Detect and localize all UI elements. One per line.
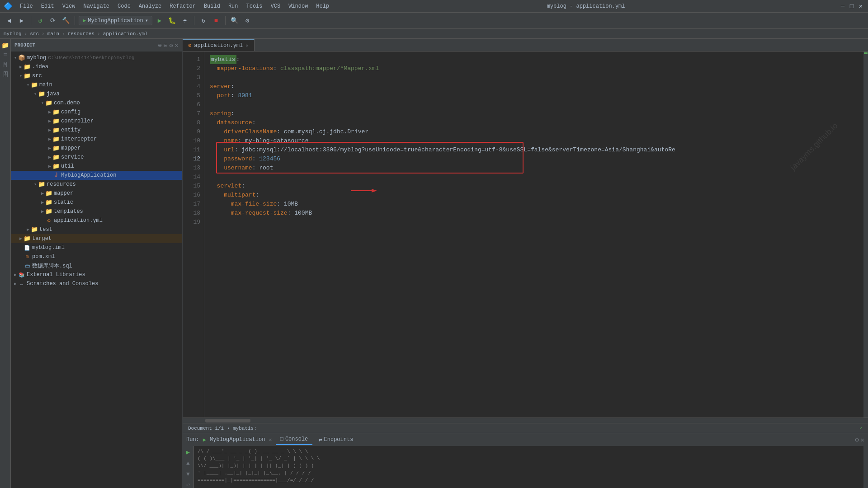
run-scrollbar[interactable] xyxy=(863,446,868,488)
breadcrumb-main[interactable]: main xyxy=(47,31,59,37)
breadcrumb-resources[interactable]: resources xyxy=(68,31,94,37)
tree-item-controller[interactable]: ▶ 📁 controller xyxy=(11,117,182,126)
menu-window[interactable]: Window xyxy=(285,2,311,10)
tree-item-idea[interactable]: ▶ 📁 .idea xyxy=(11,62,182,71)
run-button[interactable]: ▶ xyxy=(154,15,165,26)
back-button[interactable]: ◀ xyxy=(4,15,14,26)
project-view-icon[interactable]: 📁 xyxy=(1,41,10,50)
console-tab[interactable]: □ Console xyxy=(276,434,313,445)
tree-item-templates[interactable]: ▶ 📁 templates xyxy=(11,207,182,216)
tree-item-static[interactable]: ▶ 📁 static xyxy=(11,198,182,207)
code-line-19 xyxy=(210,218,858,227)
tab-close-button[interactable]: ✕ xyxy=(245,42,249,48)
tree-item-interceptor[interactable]: ▶ 📁 interceptor xyxy=(11,135,182,144)
run-tab-close[interactable]: ✕ xyxy=(269,436,272,443)
close-run-icon[interactable]: ✕ xyxy=(861,436,864,444)
folder-icon: 📁 xyxy=(45,199,52,206)
tree-item-scratches[interactable]: ▶ ✏ Scratches and Consoles xyxy=(11,279,182,288)
soft-wrap-btn[interactable]: ↩ xyxy=(184,480,193,488)
line-number: 10 xyxy=(183,136,200,145)
maximize-button[interactable]: □ xyxy=(848,3,855,10)
close-button[interactable]: ✕ xyxy=(857,3,864,10)
tree-item-appyml[interactable]: ⚙ application.yml xyxy=(11,216,182,225)
tree-item-myblog[interactable]: ▾ 📦 myblog C:\Users\51414\Desktop\myblog xyxy=(11,53,182,62)
tree-item-entity[interactable]: ▶ 📁 entity xyxy=(11,126,182,135)
maven-icon[interactable]: M xyxy=(1,61,10,70)
stop-button[interactable]: ■ xyxy=(211,15,222,26)
breadcrumb-src[interactable]: src xyxy=(30,31,39,37)
code-line-13: username: root xyxy=(210,164,858,173)
undo-button[interactable]: ↺ xyxy=(35,15,46,26)
tree-item-sql[interactable]: 🗃 数据库脚本.sql xyxy=(11,261,182,270)
tree-item-com-demo[interactable]: ▾ 📁 com.demo xyxy=(11,99,182,108)
refresh-button[interactable]: ⟳ xyxy=(47,15,58,26)
run-btn[interactable]: ▶ xyxy=(184,448,193,457)
collapse-all-icon[interactable]: ⊟ xyxy=(164,42,167,49)
editor-tab-appyml[interactable]: ⚙ application.yml ✕ xyxy=(183,39,255,51)
tree-item-src[interactable]: ▾ 📁 src xyxy=(11,71,182,80)
minimize-button[interactable]: ─ xyxy=(839,3,846,10)
tree-item-mapper[interactable]: ▶ 📁 mapper xyxy=(11,144,182,153)
breadcrumb-myblog[interactable]: myblog xyxy=(4,31,22,37)
update-button[interactable]: ↻ xyxy=(198,15,209,26)
tree-item-iml[interactable]: 📄 myblog.iml xyxy=(11,243,182,252)
tree-item-resources[interactable]: ▾ 📁 resources xyxy=(11,180,182,189)
database-icon[interactable]: 🗄 xyxy=(1,70,10,80)
tree-item-ext-libs[interactable]: ▶ 📚 External Libraries xyxy=(11,270,182,279)
tree-item-java[interactable]: ▾ 📁 java xyxy=(11,89,182,99)
tree-item-util[interactable]: ▶ 📁 util xyxy=(11,162,182,171)
tree-label-service: service xyxy=(61,154,84,160)
code-line-11: url: jdbc:mysql://localhost:3306/myblog?… xyxy=(210,145,858,155)
breadcrumb-sep-4: › xyxy=(97,31,100,37)
endpoints-tab[interactable]: ⇄ Endpoints xyxy=(314,434,358,445)
tree-item-service[interactable]: ▶ 📁 service xyxy=(11,153,182,162)
menu-navigate[interactable]: Navigate xyxy=(80,2,113,10)
tree-label: target xyxy=(32,235,52,242)
settings-sidebar-icon[interactable]: ⚙ xyxy=(169,42,173,49)
build-button[interactable]: 🔨 xyxy=(60,15,71,26)
menu-view[interactable]: View xyxy=(59,2,79,10)
code-editor[interactable]: javayms.github.io mybatis: mapper-locati… xyxy=(204,52,863,418)
menu-code[interactable]: Code xyxy=(114,2,134,10)
tree-item-config[interactable]: ▶ 📁 config xyxy=(11,108,182,117)
folder-icon: 📁 xyxy=(31,226,38,233)
code-token: : xyxy=(273,64,280,73)
editor-hscrollbar[interactable] xyxy=(183,418,868,423)
search-everywhere-button[interactable]: 🔍 xyxy=(229,15,240,26)
tree-item-mapper-res[interactable]: ▶ 📁 mapper xyxy=(11,189,182,198)
settings-run-icon[interactable]: ⚙ xyxy=(855,436,859,444)
run-content-area: ▶ ▲ ▼ ↩ ■ /\ / ___'_ __ _ _(_)_ __ __ _ … xyxy=(183,446,868,488)
structure-icon[interactable]: ≡ xyxy=(1,51,10,60)
menu-file[interactable]: File xyxy=(16,2,37,10)
scroll-down-btn[interactable]: ▼ xyxy=(184,469,193,479)
menu-analyze[interactable]: Analyze xyxy=(135,2,165,10)
coverage-button[interactable]: ☂ xyxy=(179,15,190,26)
settings-button[interactable]: ⚙ xyxy=(242,15,253,26)
debug-button[interactable]: 🐛 xyxy=(167,15,178,26)
line-number: 13 xyxy=(183,164,200,173)
tree-item-main[interactable]: ▾ 📁 main xyxy=(11,80,182,89)
menu-build[interactable]: Build xyxy=(200,2,224,10)
menu-edit[interactable]: Edit xyxy=(38,2,58,10)
console-tab-icon: □ xyxy=(280,436,283,442)
locate-file-icon[interactable]: ⊕ xyxy=(158,42,161,49)
close-sidebar-icon[interactable]: ✕ xyxy=(175,42,179,49)
scroll-up-btn[interactable]: ▲ xyxy=(184,459,193,468)
menu-vcs[interactable]: VCS xyxy=(267,2,284,10)
forward-button[interactable]: ▶ xyxy=(16,15,27,26)
menu-help[interactable]: Help xyxy=(312,2,333,10)
tree-label: resources xyxy=(47,181,76,188)
run-config-selector[interactable]: ▶ MyblogApplication ▾ xyxy=(79,16,152,25)
editor-scrollbar[interactable] xyxy=(863,52,868,418)
tree-item-pom[interactable]: m pom.xml xyxy=(11,252,182,261)
tree-item-myblogapp[interactable]: J MyblogApplication xyxy=(11,171,182,180)
menu-refactor[interactable]: Refactor xyxy=(166,2,199,10)
tree-item-test[interactable]: ▶ 📁 test xyxy=(11,225,182,234)
breadcrumb-file[interactable]: application.yml xyxy=(103,31,148,37)
menu-tools[interactable]: Tools xyxy=(243,2,266,10)
editor-body: 1 2 3 4 5 6 7 8 9 10 11 12 13 14 15 16 1… xyxy=(183,52,868,418)
tree-item-target[interactable]: ▶ 📁 target xyxy=(11,234,182,243)
code-token: : xyxy=(231,91,238,100)
tree-arrow: ▾ xyxy=(13,55,18,61)
menu-run[interactable]: Run xyxy=(225,2,242,10)
